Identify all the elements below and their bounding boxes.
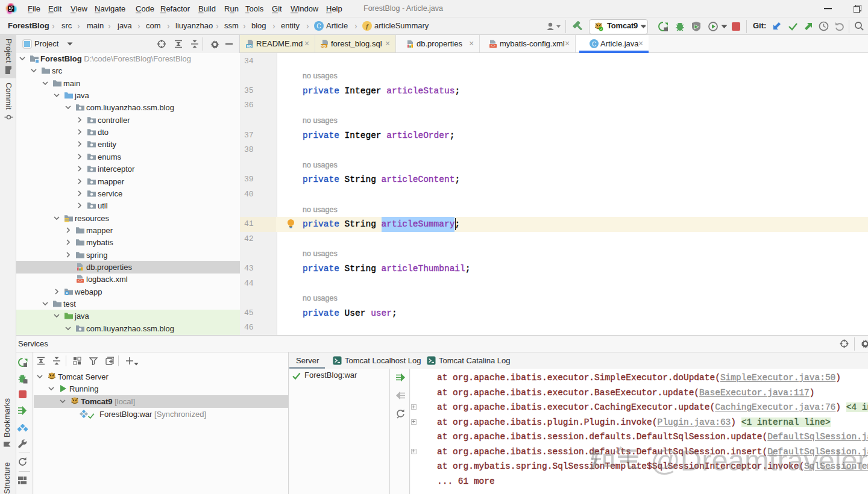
- svg-text:<>: <>: [78, 278, 83, 283]
- svg-text:C: C: [316, 22, 321, 30]
- svg-text:<>: <>: [491, 43, 495, 48]
- svg-text:MD: MD: [247, 45, 252, 48]
- svg-text:C: C: [592, 41, 596, 48]
- svg-text:SQL: SQL: [321, 45, 328, 48]
